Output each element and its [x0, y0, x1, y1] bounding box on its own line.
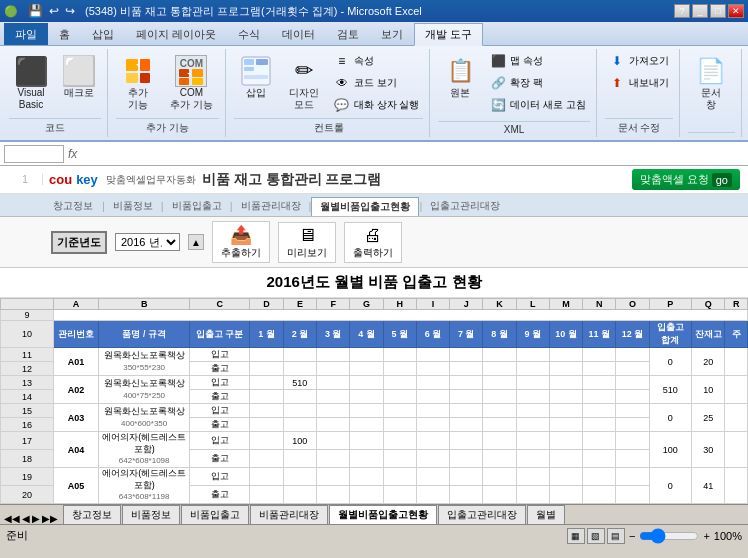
expand-btn[interactable]: 🔗 확장 팩 [486, 73, 590, 93]
row-10-num: 10 [1, 321, 54, 348]
xml-source-icon: 📋 [444, 55, 476, 87]
tab-developer[interactable]: 개발 도구 [414, 23, 483, 46]
map-props-btn[interactable]: ⬛ 맵 속성 [486, 51, 590, 71]
nav-tab-items[interactable]: 비품정보 [105, 197, 161, 215]
sheet-tab-items[interactable]: 비품정보 [122, 505, 180, 524]
cell-m9-in [516, 376, 549, 390]
properties-btn[interactable]: ≡ 속성 [330, 51, 424, 71]
cell-m11-in [583, 468, 616, 486]
print-label: 출력하기 [353, 246, 393, 260]
header-type: 입출고 구분 [190, 321, 250, 348]
redo-qat-btn[interactable]: ↪ [63, 3, 77, 19]
tab-formula[interactable]: 수식 [227, 23, 271, 45]
restore-btn[interactable]: □ [710, 4, 726, 18]
addins-button[interactable]: 추가기능 [116, 51, 160, 115]
print-button[interactable]: 🖨 출력하기 [344, 222, 402, 263]
export-btn[interactable]: ⬆ 내보내기 [605, 73, 673, 93]
page-break-view-btn[interactable]: ▤ [607, 528, 625, 544]
zoom-plus[interactable]: + [703, 530, 709, 542]
sheet-tab-management[interactable]: 입출고관리대장 [438, 505, 526, 524]
zoom-minus[interactable]: − [629, 530, 635, 542]
cell-type2: 출고 [190, 486, 250, 504]
cell-m11-out [583, 362, 616, 376]
cell-name: 원목화신노포록책상400*600*350 [99, 404, 190, 432]
cell-m7-out [450, 390, 483, 404]
sheet-tab-inout[interactable]: 비품입출고 [181, 505, 249, 524]
zoom-slider[interactable] [639, 528, 699, 544]
cell-total: 0 [649, 404, 691, 432]
table-row: 15 A03 원목화신노포록책상400*600*350 입고 0 25 [1, 404, 748, 418]
refresh-btn[interactable]: 🔄 데이터 새로 고침 [486, 95, 590, 115]
cell-total: 0 [649, 468, 691, 504]
sheet-tab-ledger[interactable]: 비품관리대장 [250, 505, 328, 524]
tab-review[interactable]: 검토 [326, 23, 370, 45]
sheet-first-btn[interactable]: ◀◀ [4, 513, 20, 524]
tab-data[interactable]: 데이터 [271, 23, 326, 45]
nav-tab-ledger[interactable]: 비품관리대장 [233, 197, 309, 215]
close-btn[interactable]: ✕ [728, 4, 744, 18]
help-btn[interactable]: ? [674, 4, 690, 18]
row-num-out: 20 [1, 486, 54, 504]
svg-rect-0 [126, 59, 138, 71]
nav-tab-management[interactable]: 입출고관리대장 [422, 197, 508, 215]
map-props-icon: ⬛ [490, 53, 506, 69]
sheet-tab-warehouse[interactable]: 창고정보 [63, 505, 121, 524]
save-qat-btn[interactable]: 💾 [26, 3, 45, 19]
vba-label: VisualBasic [17, 87, 44, 111]
tab-view[interactable]: 보기 [370, 23, 414, 45]
normal-view-btn[interactable]: ▦ [567, 528, 585, 544]
sheet-prev-btn[interactable]: ◀ [22, 513, 30, 524]
cell-m9-out [516, 362, 549, 376]
cell-m1-out [250, 390, 283, 404]
insert-control-button[interactable]: 삽입 [234, 51, 278, 103]
table-row: 17 A04 에어의자(헤드레스트포함)642*608*1098 입고 100 … [1, 432, 748, 450]
cell-m2-out [283, 486, 316, 504]
document-btn[interactable]: 📄 문서창 [689, 51, 733, 115]
cell-stock: 25 [692, 404, 725, 432]
sheet-last-btn[interactable]: ▶▶ [42, 513, 58, 524]
minimize-btn[interactable]: _ [692, 4, 708, 18]
vba-button[interactable]: ⬛ VisualBasic [9, 51, 53, 115]
design-mode-icon: ✏ [288, 55, 320, 87]
nav-tab-monthly[interactable]: 월별비품입출고현황 [311, 197, 419, 216]
dialog-btn[interactable]: 💬 대화 상자 실행 [330, 95, 424, 115]
year-spin-up[interactable]: ▲ [188, 234, 204, 250]
com-addins-button[interactable]: COM COM추가 기능 [164, 51, 219, 115]
year-select[interactable]: 2016 년도 [115, 233, 180, 251]
code-view-btn[interactable]: 👁 코드 보기 [330, 73, 424, 93]
sheet-tab-monthly2[interactable]: 월별 [527, 505, 565, 524]
import-btn[interactable]: ⬇ 가져오기 [605, 51, 673, 71]
match-request-button[interactable]: 맞춤액셀 요청 go [632, 169, 740, 190]
cell-m4-out [350, 486, 383, 504]
cell-stock: 20 [692, 348, 725, 376]
nav-tab-warehouse[interactable]: 창고정보 [44, 196, 102, 216]
cell-note [725, 404, 748, 432]
page-layout-view-btn[interactable]: ▧ [587, 528, 605, 544]
status-text: 준비 [6, 528, 28, 543]
macro-label: 매크로 [64, 87, 94, 99]
cell-note [725, 432, 748, 468]
controls-group-label: 컨트롤 [234, 118, 424, 135]
nav-tab-inout[interactable]: 비품입출고 [164, 197, 230, 215]
table-body: 11 A01 원목화신노포록책상350*55*230 입고 0 20 12 출고 [1, 348, 748, 504]
data-table-wrapper[interactable]: A B C D E F G H I J K L M N O P Q [0, 298, 748, 504]
formula-input[interactable] [81, 145, 744, 163]
macro-button[interactable]: ⬜ 매크로 [57, 51, 101, 103]
row-num: 13 [1, 376, 54, 390]
cell-m7-in [450, 404, 483, 418]
sheet-next-btn[interactable]: ▶ [32, 513, 40, 524]
extract-button[interactable]: 📤 추출하기 [212, 221, 270, 263]
tab-insert[interactable]: 삽입 [81, 23, 125, 45]
xml-source-btn[interactable]: 📋 원본 [438, 51, 482, 103]
undo-qat-btn[interactable]: ↩ [47, 3, 61, 19]
tab-file[interactable]: 파일 [4, 23, 48, 45]
svg-rect-8 [192, 78, 203, 85]
tab-page-layout[interactable]: 페이지 레이아웃 [125, 23, 227, 45]
preview-button[interactable]: 🖥 미리보기 [278, 222, 336, 263]
tab-home[interactable]: 홈 [48, 23, 81, 45]
name-box[interactable] [4, 145, 64, 163]
sheet-tab-monthly[interactable]: 월별비품입출고현황 [329, 505, 437, 524]
design-mode-button[interactable]: ✏ 디자인모드 [282, 51, 326, 115]
cell-m1-in [250, 348, 283, 362]
cell-m5-out [383, 362, 416, 376]
